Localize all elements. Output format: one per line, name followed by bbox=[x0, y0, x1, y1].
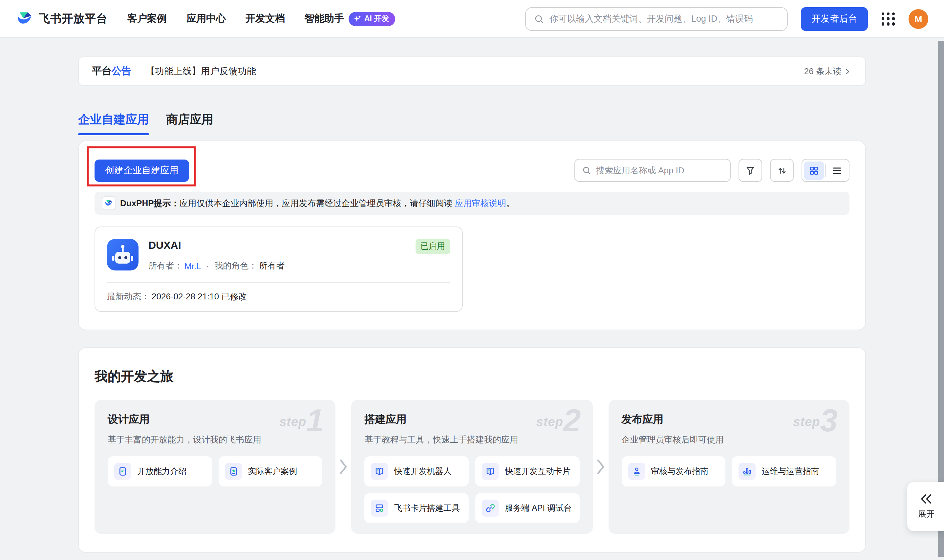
grid-view-button[interactable] bbox=[804, 161, 824, 180]
unread-count[interactable]: 26 条未读 bbox=[804, 65, 852, 77]
step-separator-icon bbox=[592, 400, 608, 534]
developer-console-button[interactable]: 开发者后台 bbox=[801, 7, 868, 31]
app-meta: 所有者：Mr.L·我的角色：所有者 bbox=[148, 260, 450, 272]
link-quick-bot[interactable]: 快速开发机器人 bbox=[365, 456, 469, 486]
sort-button[interactable] bbox=[770, 159, 794, 182]
step-title: 发布应用 bbox=[621, 413, 836, 427]
brand-title: 飞书开放平台 bbox=[39, 11, 108, 26]
tab-store-apps[interactable]: 商店应用 bbox=[166, 112, 213, 135]
announcement-bar[interactable]: 平台公告 【功能上线】用户反馈功能 26 条未读 bbox=[78, 57, 866, 86]
layout-blocks-icon bbox=[371, 500, 388, 517]
app-grid-icon[interactable] bbox=[881, 11, 895, 26]
view-toggle bbox=[801, 159, 849, 182]
bar-chart-icon bbox=[739, 463, 756, 480]
ai-badge-label: AI 开发 bbox=[364, 14, 389, 24]
review-doc-link[interactable]: 应用审核说明 bbox=[455, 198, 506, 208]
top-navbar: 飞书开放平台 客户案例 应用中心 开发文档 智能助手 AI 开发 bbox=[0, 0, 944, 37]
announcement-label: 平台公告 bbox=[92, 65, 131, 77]
search-icon bbox=[582, 165, 592, 175]
step-card-design: 设计应用 step1 基于丰富的开放能力，设计我的飞书应用 bbox=[95, 400, 336, 534]
journey-title: 我的开发之旅 bbox=[95, 368, 849, 385]
open-book-icon bbox=[371, 463, 388, 480]
step-desc: 企业管理员审核后即可使用 bbox=[621, 434, 836, 446]
nav-item-app-center[interactable]: 应用中心 bbox=[186, 12, 226, 25]
tip-bar: DuxPHP提示：应用仅供本企业内部使用，应用发布需经过企业管理员审核，请仔细阅… bbox=[95, 192, 849, 215]
document-icon bbox=[114, 463, 131, 480]
expand-button[interactable]: 展开 bbox=[907, 482, 944, 531]
link-review-publish-guide[interactable]: 审核与发布指南 bbox=[621, 456, 726, 486]
step-desc: 基于教程与工具，快速上手搭建我的应用 bbox=[365, 434, 580, 446]
search-icon bbox=[534, 14, 544, 24]
tab-custom-apps[interactable]: 企业自建应用 bbox=[78, 112, 149, 135]
link-card-builder[interactable]: 飞书卡片搭建工具 bbox=[365, 493, 469, 523]
global-search[interactable] bbox=[525, 7, 788, 31]
step-desc: 基于丰富的开放能力，设计我的飞书应用 bbox=[108, 434, 323, 446]
status-badge: 已启用 bbox=[415, 239, 450, 254]
nav-item-customer-cases[interactable]: 客户案例 bbox=[128, 12, 167, 25]
app-card-duxai[interactable]: DUXAI 已启用 所有者：Mr.L·我的角色：所有者 最新动态： 2026-0… bbox=[95, 226, 463, 312]
avatar[interactable]: M bbox=[909, 9, 928, 29]
app-search[interactable] bbox=[574, 159, 731, 182]
sparkle-icon bbox=[353, 14, 362, 23]
apps-panel: 创建企业自建应用 bbox=[78, 140, 866, 330]
vertical-scrollbar[interactable] bbox=[938, 41, 944, 557]
step-separator-icon bbox=[336, 400, 352, 534]
link-ops-guide[interactable]: 运维与运营指南 bbox=[732, 456, 836, 486]
create-app-button[interactable]: 创建企业自建应用 bbox=[95, 159, 189, 182]
link-customer-cases[interactable]: 实际客户案例 bbox=[218, 456, 322, 486]
app-name: DUXAI bbox=[148, 239, 415, 251]
app-activity: 最新动态： 2026-02-28 21:10 已修改 bbox=[107, 282, 450, 311]
list-view-icon bbox=[832, 165, 842, 175]
duxphp-logo-icon bbox=[102, 197, 115, 209]
filter-button[interactable] bbox=[738, 159, 762, 182]
step-title: 设计应用 bbox=[108, 413, 323, 427]
sort-arrows-icon bbox=[776, 165, 787, 175]
feishu-logo-icon bbox=[16, 10, 34, 28]
list-view-button[interactable] bbox=[827, 161, 847, 180]
open-book-icon bbox=[482, 463, 499, 480]
filter-funnel-icon bbox=[745, 165, 756, 175]
nav-item-ai-assistant[interactable]: 智能助手 bbox=[304, 12, 344, 25]
chevron-right-icon bbox=[843, 67, 852, 76]
link-quick-card[interactable]: 快速开发互动卡片 bbox=[475, 456, 579, 486]
grid-view-icon bbox=[809, 165, 819, 175]
global-search-input[interactable] bbox=[549, 14, 779, 24]
link-api-debugger[interactable]: 服务端 API 调试台 bbox=[475, 493, 579, 523]
link-open-capability-intro[interactable]: 开放能力介绍 bbox=[108, 456, 212, 486]
main-nav: 客户案例 应用中心 开发文档 智能助手 AI 开发 bbox=[128, 11, 395, 26]
api-link-icon bbox=[482, 500, 499, 517]
step-card-build: 搭建应用 step2 基于教程与工具，快速上手搭建我的应用 bbox=[352, 400, 593, 534]
ai-dev-badge[interactable]: AI 开发 bbox=[349, 11, 395, 26]
owner-link[interactable]: Mr.L bbox=[184, 261, 201, 271]
step-card-publish: 发布应用 step3 企业管理员审核后即可使用 bbox=[608, 400, 849, 534]
apps-toolbar: 创建企业自建应用 bbox=[95, 159, 849, 182]
expand-label: 展开 bbox=[918, 508, 935, 520]
tip-text: DuxPHP提示：应用仅供本企业内部使用，应用发布需经过企业管理员审核，请仔细阅… bbox=[120, 197, 515, 209]
step-title: 搭建应用 bbox=[365, 413, 580, 427]
app-search-input[interactable] bbox=[596, 165, 723, 175]
stamp-icon bbox=[628, 463, 645, 480]
announcement-text: 【功能上线】用户反馈功能 bbox=[146, 65, 804, 77]
journey-panel: 我的开发之旅 设计应用 step1 基于丰富的开放能力，设计我的飞书应用 bbox=[78, 347, 866, 553]
double-chevron-left-icon bbox=[920, 493, 932, 504]
robot-app-icon bbox=[107, 239, 138, 271]
star-document-icon bbox=[225, 463, 242, 480]
nav-item-dev-docs[interactable]: 开发文档 bbox=[246, 12, 285, 25]
brand[interactable]: 飞书开放平台 bbox=[16, 10, 108, 28]
app-type-tabs: 企业自建应用 商店应用 bbox=[78, 112, 866, 135]
divider bbox=[825, 164, 826, 177]
